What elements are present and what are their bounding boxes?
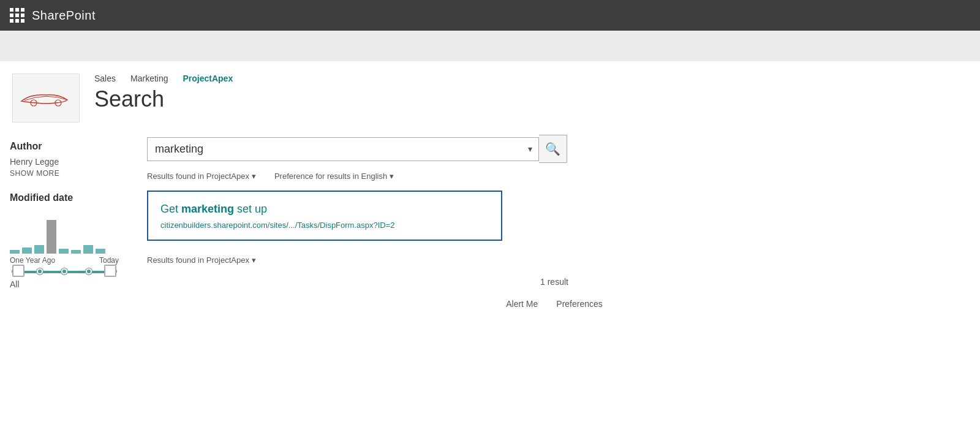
filter-row: Results found in ProjectApex ▾ Preferenc…: [147, 172, 962, 181]
second-filter-label: Results found in ProjectApex: [147, 255, 249, 265]
filter-language-arrow: ▾: [390, 172, 394, 181]
result-title-keyword: marketing: [181, 203, 234, 215]
modified-date-title: Modified date: [10, 192, 119, 203]
slider-left-thumb[interactable]: [12, 265, 24, 277]
result-title: Get marketing set up: [160, 202, 489, 217]
slider-right-thumb[interactable]: [104, 265, 116, 277]
search-bar-row: ▾ 🔍: [147, 135, 962, 163]
main-content: Sales Marketing ProjectApex Search Autho…: [0, 61, 980, 446]
search-panel: ▾ 🔍 Results found in ProjectApex ▾: [129, 123, 980, 446]
search-icon: 🔍: [545, 142, 560, 156]
top-navbar: SharePoint: [0, 0, 980, 31]
search-input[interactable]: [148, 138, 522, 161]
site-logo: [12, 74, 80, 123]
date-labels: One Year Ago Today: [10, 256, 119, 265]
date-bar-chart: [10, 211, 119, 254]
filter-language-dropdown[interactable]: Preference for results in English ▾: [274, 172, 394, 181]
search-result-card[interactable]: Get marketing set up citizenbuilders.sha…: [147, 191, 502, 241]
result-title-after: set up: [234, 203, 267, 215]
date-to-label: Today: [99, 256, 119, 265]
bottom-links: Alert Me Preferences: [147, 299, 962, 309]
left-filter-panel: Author Henry Legge SHOW MORE Modified da…: [0, 123, 129, 446]
filter-scope-label: Results found in ProjectApex: [147, 172, 249, 181]
filter-scope-arrow: ▾: [252, 172, 256, 181]
second-filter-row: Results found in ProjectApex ▾: [147, 255, 962, 265]
search-submit-button[interactable]: 🔍: [539, 135, 567, 163]
page-title: Search: [94, 87, 233, 112]
app-title: SharePoint: [32, 9, 96, 23]
content-area: Author Henry Legge SHOW MORE Modified da…: [0, 123, 980, 446]
filter-scope-dropdown[interactable]: Results found in ProjectApex ▾: [147, 172, 256, 181]
nav-marketing[interactable]: Marketing: [130, 74, 168, 83]
second-filter-arrow[interactable]: ▾: [252, 255, 256, 265]
result-url[interactable]: citizenbuilders.sharepoint.com/sites/...…: [160, 221, 489, 230]
filter-language-label: Preference for results in English: [274, 172, 387, 181]
all-label: All: [10, 279, 119, 289]
result-title-before: Get: [160, 203, 181, 215]
author-name[interactable]: Henry Legge: [10, 157, 119, 167]
preferences-link[interactable]: Preferences: [556, 299, 602, 309]
author-section-title: Author: [10, 141, 119, 152]
nav-sales[interactable]: Sales: [94, 74, 116, 83]
search-dropdown-button[interactable]: ▾: [522, 139, 538, 159]
waffle-menu-icon[interactable]: [10, 8, 24, 23]
nav-links: Sales Marketing ProjectApex: [94, 74, 233, 83]
show-more-button[interactable]: SHOW MORE: [10, 169, 119, 178]
search-input-wrap: ▾: [147, 137, 539, 161]
alert-me-link[interactable]: Alert Me: [506, 299, 538, 309]
date-slider[interactable]: [12, 271, 116, 273]
car-logo-image: [18, 89, 74, 107]
results-count: 1 result: [147, 277, 962, 287]
nav-projectapex[interactable]: ProjectApex: [183, 74, 233, 83]
sub-bar: [0, 31, 980, 61]
date-from-label: One Year Ago: [10, 256, 55, 265]
header-nav: Sales Marketing ProjectApex Search: [94, 74, 233, 112]
